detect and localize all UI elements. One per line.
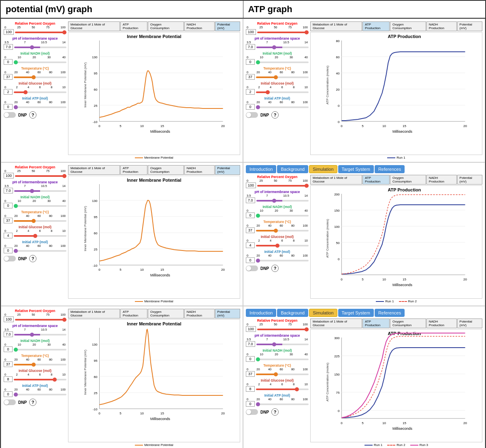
nav-target-r3r[interactable]: Target System — [338, 309, 374, 317]
temp-slider-r1l[interactable] — [14, 76, 66, 78]
dnp-toggle-r2l[interactable] — [4, 256, 16, 261]
o2-slider-r3l[interactable] — [15, 319, 66, 321]
svg-text:50: 50 — [336, 241, 340, 245]
o2-value-r1l: 100 — [4, 29, 14, 35]
nadh-slider-r2r[interactable] — [256, 215, 309, 217]
svg-text:15: 15 — [160, 124, 164, 128]
tab-o2-r1r[interactable]: Oxygen Consumption — [390, 21, 426, 31]
nav-references-r3r[interactable]: References — [375, 309, 405, 317]
nav-references-r2r[interactable]: References — [375, 165, 405, 173]
tab-atp-r1r[interactable]: ATP Production — [362, 21, 390, 31]
svg-text:95: 95 — [94, 359, 98, 363]
svg-text:20: 20 — [336, 88, 340, 91]
glucose-label-r1l: Initial Glucose (mol) — [4, 81, 66, 85]
tab-nadh-r1l[interactable]: NADH Production — [184, 21, 215, 31]
svg-text:5: 5 — [362, 421, 364, 425]
row3-left-cell: Relative Percent Oxygen 0255075100 100 p… — [1, 306, 243, 448]
tab-o2-r1l[interactable]: Oxygen Consumption — [148, 21, 184, 31]
svg-text:60: 60 — [94, 375, 98, 379]
dnp-toggle-r3r[interactable] — [246, 409, 258, 415]
nadh-slider-r2l[interactable] — [14, 205, 66, 207]
help-btn-r2r[interactable]: ? — [271, 265, 279, 272]
o2-slider-r2r[interactable] — [257, 185, 309, 187]
help-btn-r1r[interactable]: ? — [271, 111, 279, 119]
tab-potential-r1l[interactable]: Potential (mV) — [215, 21, 240, 31]
svg-text:Inner Membrane Potential: Inner Membrane Potential — [127, 178, 181, 183]
atp-slider-r2l[interactable] — [14, 250, 66, 252]
nadh-slider-r1l[interactable] — [14, 62, 66, 63]
nadh-slider-r3r[interactable] — [256, 359, 309, 360]
atp-slider-r1r[interactable] — [256, 106, 309, 108]
temp-slider-r2r[interactable] — [256, 230, 309, 231]
svg-text:0: 0 — [338, 409, 340, 413]
glucose-slider-r3r[interactable] — [256, 389, 309, 390]
glucose-slider-r3l[interactable] — [14, 379, 66, 380]
o2-slider-r1l[interactable] — [15, 32, 66, 33]
o2-label-r1r: Relative Percent Oxygen — [246, 21, 309, 25]
dnp-toggle-r1l[interactable] — [4, 112, 16, 118]
nav-tabs-r3r: Introduction Background Simulation Targe… — [246, 309, 482, 317]
ph-slider-r2l[interactable] — [14, 190, 66, 192]
o2-slider-r3r[interactable] — [257, 329, 309, 330]
tab-nadh-r1r[interactable]: NADH Production — [426, 21, 457, 31]
atp-slider-r3l[interactable] — [14, 394, 66, 395]
dnp-toggle-r3l[interactable] — [4, 399, 16, 405]
o2-value-r1r: 100 — [246, 29, 256, 35]
svg-text:100: 100 — [334, 225, 340, 229]
ph-slider-r2r[interactable] — [256, 200, 309, 202]
temp-label-r1l: Temperature (°C) — [4, 66, 66, 70]
dnp-toggle-r2r[interactable] — [246, 265, 258, 271]
nav-introduction-r2r[interactable]: Introduction — [246, 165, 276, 173]
tab-metabolism-r1r[interactable]: Metabolism of 1 Mole of Glucose — [310, 21, 362, 31]
atp-slider-r3r[interactable] — [256, 403, 309, 405]
atp-numbers-r1r: 020406080100 — [246, 100, 309, 104]
temp-label-r1r: Temperature (°C) — [246, 66, 309, 70]
svg-text:60: 60 — [94, 88, 98, 91]
glucose-slider-r2r[interactable] — [256, 245, 309, 246]
dnp-toggle-r1r[interactable] — [246, 112, 258, 118]
temp-slider-r3r[interactable] — [256, 374, 309, 375]
help-btn-r3r[interactable]: ? — [271, 408, 279, 416]
nav-simulation-r2r[interactable]: Simulation — [309, 165, 337, 173]
glucose-label-r1r: Initial Glucose (mol) — [246, 81, 309, 85]
svg-text:Milliseconds: Milliseconds — [150, 130, 171, 134]
svg-text:Milliseconds: Milliseconds — [150, 417, 171, 421]
graph-svg-r1r: ATP Production ATP Concentration (moles)… — [310, 32, 482, 155]
nav-simulation-r3r[interactable]: Simulation — [309, 309, 337, 317]
tab-metabolism-r1l[interactable]: Metabolism of 1 Mole of Glucose — [68, 21, 120, 31]
svg-text:5: 5 — [119, 268, 122, 272]
nav-tabs-r2r: Introduction Background Simulation Targe… — [246, 165, 482, 173]
temp-slider-r2l[interactable] — [14, 220, 66, 222]
atp-slider-r1l[interactable] — [14, 106, 66, 108]
help-btn-r2l[interactable]: ? — [29, 255, 36, 262]
temp-slider-r1r[interactable] — [256, 76, 309, 78]
page-title-left: potential (mV) graph — [1, 1, 243, 18]
o2-slider-r1r[interactable] — [257, 32, 309, 33]
svg-text:10: 10 — [140, 268, 144, 272]
nav-introduction-r3r[interactable]: Introduction — [246, 309, 276, 317]
help-btn-r3l[interactable]: ? — [29, 399, 36, 406]
nadh-slider-r3l[interactable] — [14, 349, 66, 350]
tab-potential-r1r[interactable]: Potential (mV) — [457, 21, 482, 31]
svg-text:0: 0 — [98, 412, 100, 415]
ph-slider-r1l[interactable] — [14, 47, 66, 48]
nadh-slider-r1r[interactable] — [256, 62, 309, 63]
tab-atp-r1l[interactable]: ATP Production — [120, 21, 147, 31]
svg-text:20: 20 — [463, 421, 467, 425]
ph-slider-r3r[interactable] — [256, 344, 309, 345]
nav-background-r2r[interactable]: Background — [277, 165, 308, 173]
temp-slider-r3l[interactable] — [14, 364, 66, 365]
svg-text:ATP Production: ATP Production — [388, 34, 421, 39]
dnp-label-r1l: DNP — [18, 113, 27, 117]
ph-slider-r3l[interactable] — [14, 334, 66, 335]
ph-slider-r1r[interactable] — [256, 47, 309, 48]
glucose-slider-r1l[interactable] — [14, 91, 66, 93]
svg-text:10: 10 — [382, 421, 386, 425]
help-btn-r1l[interactable]: ? — [29, 111, 36, 119]
o2-slider-r2l[interactable] — [15, 175, 66, 177]
glucose-slider-r1r[interactable] — [256, 91, 309, 93]
glucose-slider-r2l[interactable] — [14, 235, 66, 237]
atp-slider-r2r[interactable] — [256, 260, 309, 261]
nav-target-r2r[interactable]: Target System — [338, 165, 374, 173]
nav-background-r3r[interactable]: Background — [277, 309, 308, 317]
